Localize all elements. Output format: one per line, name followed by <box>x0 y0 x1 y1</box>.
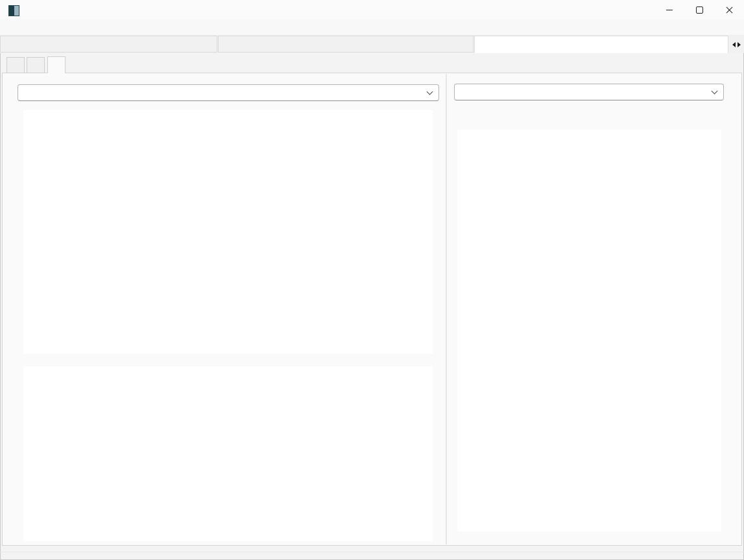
tab-scroll-right-icon[interactable] <box>738 42 741 47</box>
file-tab-1[interactable] <box>0 36 217 52</box>
close-button[interactable] <box>714 0 744 19</box>
plot-type-select[interactable] <box>454 84 724 100</box>
close-icon <box>726 6 733 14</box>
timeseries-figure <box>23 110 433 354</box>
chevron-down-icon <box>712 88 718 94</box>
menu-item-new[interactable] <box>0 19 12 35</box>
window-resize-edge <box>0 552 744 552</box>
app-icon <box>8 5 19 16</box>
file-tab-2[interactable] <box>218 36 474 52</box>
panel-splitter[interactable] <box>446 74 447 544</box>
menu-bar <box>0 19 744 36</box>
minimize-icon <box>666 10 673 10</box>
tab-results[interactable] <box>47 56 66 73</box>
minimize-button[interactable] <box>654 0 684 19</box>
window-select[interactable] <box>18 84 439 101</box>
maximize-button[interactable] <box>684 0 714 19</box>
hmmlvis-window: { "window": {"title": "HMMLVis"}, "menu"… <box>0 0 744 560</box>
tab-data[interactable] <box>6 57 25 73</box>
chevron-down-icon <box>427 88 433 95</box>
file-tab-bar <box>0 36 744 53</box>
view-tab-bar <box>6 56 65 73</box>
tab-scroll-buttons <box>728 36 744 53</box>
windrose-figure <box>457 130 721 531</box>
file-tab-3[interactable] <box>474 36 728 53</box>
maximize-icon <box>696 6 703 14</box>
confidence-figure <box>23 366 433 541</box>
tab-scroll-left-icon[interactable] <box>732 42 736 47</box>
title-bar <box>0 0 744 19</box>
tab-run[interactable] <box>27 57 45 73</box>
